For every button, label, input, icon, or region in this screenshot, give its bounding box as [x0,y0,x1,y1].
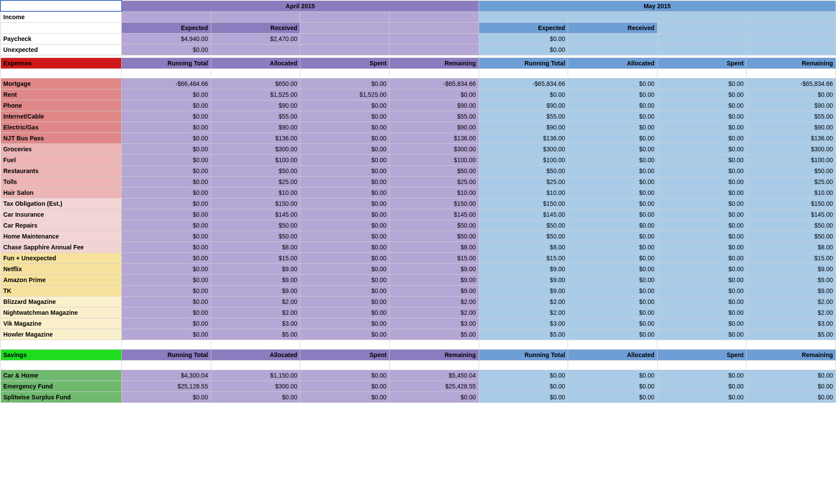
cell[interactable]: $0.00 [568,100,658,111]
cell[interactable]: $0.00 [657,275,747,286]
cell[interactable]: $150.00 [389,198,479,209]
cell[interactable]: $25.00 [479,177,568,187]
cell[interactable]: $0.00 [657,111,747,122]
cell[interactable]: $0.00 [479,381,568,392]
cell[interactable]: $50.00 [747,166,836,177]
cell[interactable]: $8.00 [389,242,479,253]
cell[interactable]: $0.00 [122,111,211,122]
cell[interactable]: $50.00 [747,220,836,231]
cell[interactable]: $1,525.00 [300,89,390,100]
cell[interactable]: $0.00 [657,187,747,198]
cell[interactable]: $0.00 [122,133,211,144]
cell[interactable]: $25,128.55 [122,381,211,392]
cell[interactable]: $0.00 [300,296,390,307]
cell[interactable]: $0.00 [211,392,300,403]
cell[interactable]: $0.00 [122,187,211,198]
cell[interactable]: $5.00 [389,329,479,340]
cell[interactable]: $90.00 [389,122,479,133]
cell[interactable]: $8.00 [211,242,300,253]
cell[interactable]: $0.00 [568,275,658,286]
cell[interactable]: $90.00 [211,100,300,111]
cell[interactable]: $9.00 [747,286,836,296]
cell[interactable]: $0.00 [389,89,479,100]
cell[interactable]: $0.00 [657,381,747,392]
cell[interactable]: $0.00 [300,133,390,144]
cell[interactable]: $100.00 [747,155,836,166]
cell[interactable]: $100.00 [479,155,568,166]
cell[interactable]: $50.00 [211,231,300,242]
cell[interactable]: $55.00 [747,111,836,122]
cell[interactable]: $0.00 [122,392,211,403]
cell[interactable]: $0.00 [122,329,211,340]
cell[interactable]: $0.00 [568,381,658,392]
cell[interactable]: $0.00 [568,177,658,187]
cell[interactable]: $0.00 [300,370,390,381]
cell[interactable]: $90.00 [747,122,836,133]
cell[interactable]: $55.00 [389,111,479,122]
cell[interactable]: $0.00 [657,242,747,253]
cell[interactable]: $0.00 [568,231,658,242]
cell[interactable]: $10.00 [211,187,300,198]
cell[interactable]: $2,470.00 [211,34,300,44]
cell[interactable]: $0.00 [568,155,658,166]
cell[interactable]: $9.00 [747,275,836,286]
cell[interactable]: $150.00 [211,198,300,209]
cell[interactable]: $136.00 [389,133,479,144]
cell[interactable]: $55.00 [211,111,300,122]
cell[interactable]: $0.00 [568,220,658,231]
cell[interactable]: $0.00 [657,177,747,187]
cell[interactable]: $0.00 [657,144,747,155]
cell[interactable]: $90.00 [479,100,568,111]
cell[interactable]: $90.00 [747,100,836,111]
cell[interactable]: $2.00 [211,307,300,318]
cell[interactable]: $0.00 [568,89,658,100]
cell[interactable]: $0.00 [300,78,390,89]
cell[interactable]: $0.00 [657,100,747,111]
cell[interactable]: $2.00 [747,296,836,307]
cell[interactable]: $0.00 [300,177,390,187]
cell[interactable]: $0.00 [122,89,211,100]
cell[interactable] [568,44,658,55]
cell[interactable]: $0.00 [657,253,747,264]
cell[interactable]: $90.00 [389,100,479,111]
cell[interactable]: $5,450.04 [389,370,479,381]
cell[interactable]: $145.00 [211,209,300,220]
cell[interactable]: $0.00 [300,100,390,111]
cell[interactable]: $0.00 [122,44,211,55]
cell[interactable]: $90.00 [211,122,300,133]
cell[interactable]: $0.00 [300,253,390,264]
cell[interactable]: $145.00 [389,209,479,220]
cell[interactable]: $0.00 [300,198,390,209]
cell[interactable]: $0.00 [657,220,747,231]
cell[interactable]: $0.00 [122,296,211,307]
cell[interactable]: $0.00 [568,286,658,296]
cell[interactable]: $0.00 [122,220,211,231]
cell[interactable]: -$65,834.66 [479,78,568,89]
cell[interactable]: $50.00 [211,220,300,231]
cell[interactable]: $9.00 [211,286,300,296]
cell[interactable]: $0.00 [300,242,390,253]
cell[interactable]: $9.00 [389,275,479,286]
cell[interactable]: $0.00 [657,392,747,403]
cell[interactable]: $0.00 [122,209,211,220]
cell[interactable]: $2.00 [389,307,479,318]
cell[interactable]: $15.00 [747,253,836,264]
budget-table[interactable]: April 2015May 2015IncomeExpectedReceived… [0,0,836,403]
cell[interactable]: $10.00 [747,187,836,198]
cell[interactable]: $0.00 [568,392,658,403]
cell[interactable]: $10.00 [389,187,479,198]
cell[interactable]: $0.00 [300,231,390,242]
cell[interactable]: $0.00 [300,318,390,329]
cell[interactable]: $10.00 [479,187,568,198]
cell[interactable]: $0.00 [300,381,390,392]
cell[interactable]: $300.00 [747,144,836,155]
cell[interactable]: $300.00 [389,144,479,155]
cell[interactable]: $25.00 [747,177,836,187]
cell[interactable]: $0.00 [300,286,390,296]
cell[interactable]: $15.00 [211,253,300,264]
cell[interactable]: $0.00 [657,209,747,220]
cell[interactable]: $2.00 [389,296,479,307]
cell[interactable]: $8.00 [747,242,836,253]
cell[interactable]: $9.00 [389,264,479,275]
cell[interactable]: $90.00 [479,122,568,133]
